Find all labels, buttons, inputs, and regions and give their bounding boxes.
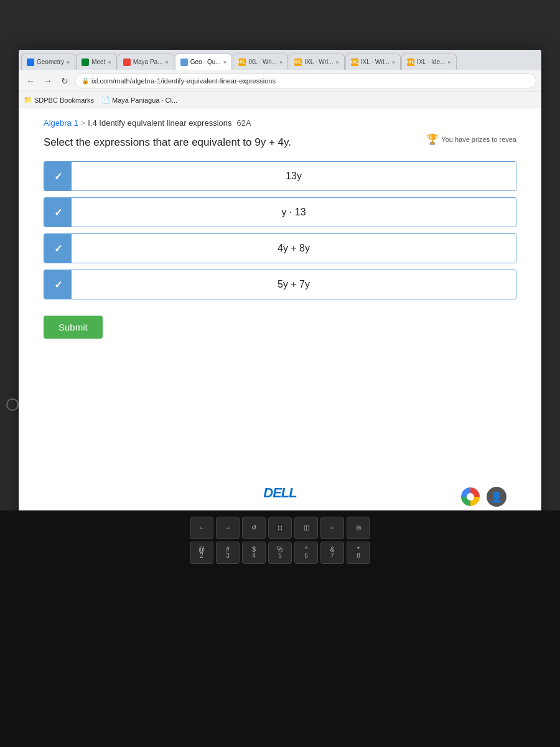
breadcrumb-algebra1[interactable]: Algebra 1 (44, 118, 78, 128)
tab-ixl-ide[interactable]: IXL IXL · Ide... × (401, 54, 456, 70)
tab-close-maya[interactable]: × (165, 59, 168, 65)
keyboard-row-2: @ 2 # 3 $ 4 % 5 ^ 6 & 7 * 8 (190, 542, 370, 564)
tab-close-ixl3[interactable]: × (392, 59, 395, 65)
answer-option-3[interactable]: ✓ 4y + 8y (44, 233, 516, 263)
refresh-button[interactable]: ↻ (58, 75, 71, 87)
dell-logo: DELL (263, 485, 296, 501)
check-mark-1: ✓ (54, 171, 62, 182)
answer-option-4[interactable]: ✓ 5y + 7y (44, 270, 516, 299)
tab-close-geometry[interactable]: × (67, 59, 70, 65)
breadcrumb-number: 62A (237, 118, 251, 128)
tab-close-geo[interactable]: × (223, 59, 226, 65)
bookmarks-bar: 📁 SDPBC Bookmarks 📄 Maya Paniagua · Cl..… (19, 92, 541, 108)
tab-favicon-geo (180, 59, 188, 66)
forward-button[interactable]: → (41, 75, 55, 87)
check-mark-3: ✓ (54, 243, 62, 255)
tab-favicon-ixl2: IXL (294, 59, 302, 66)
tab-maya-pa[interactable]: Maya Pa... × (118, 54, 174, 70)
breadcrumb: Algebra 1 > I.4 Identify equivalent line… (44, 118, 516, 128)
url-bar[interactable]: 🔒 ixl.com/math/algebra-1/identify-equiva… (75, 73, 536, 88)
tab-close-ixl2[interactable]: × (335, 59, 338, 65)
key-brightness-up[interactable]: ◎ (347, 517, 370, 539)
keyboard-row-1: ← → ↺ □ ◫ ○ ◎ (190, 517, 370, 539)
bookmark-doc-icon: 📄 (101, 96, 110, 104)
key-4[interactable]: $ 4 (242, 542, 266, 564)
tab-ixl-wri2[interactable]: IXL IXL · Wri... × (289, 54, 344, 70)
answer-text-1: 13y (72, 162, 516, 190)
trophy-icon: 🏆 (426, 133, 439, 145)
tab-meet[interactable]: Meet × (76, 54, 117, 70)
key-arrow-right[interactable]: → (216, 517, 240, 539)
tab-favicon-ixl3: IXL (351, 59, 358, 66)
answer-checkbox-3[interactable]: ✓ (44, 234, 72, 263)
answer-checkbox-4[interactable]: ✓ (44, 270, 72, 299)
tab-favicon-meet (82, 59, 89, 66)
tab-geo-qu[interactable]: Geo · Qu... × (175, 54, 232, 70)
tab-favicon-ixl1: IXL (238, 59, 246, 66)
check-mark-4: ✓ (54, 279, 62, 291)
answer-text-3: 4y + 8y (72, 234, 516, 263)
tab-close-ixl1[interactable]: × (279, 59, 282, 65)
tab-favicon-maya (123, 59, 131, 66)
check-mark-2: ✓ (54, 207, 62, 218)
tab-close-meet[interactable]: × (108, 59, 111, 65)
tab-geometry[interactable]: Geometry × (21, 54, 75, 70)
bookmark-sdpbc[interactable]: 📁 SDPBC Bookmarks (24, 96, 94, 104)
submit-button[interactable]: Submit (44, 316, 103, 339)
key-brightness-down[interactable]: ○ (320, 517, 344, 539)
key-6[interactable]: ^ 6 (294, 542, 318, 564)
answer-option-1[interactable]: ✓ 13y (44, 161, 516, 191)
tab-favicon-geometry (27, 59, 34, 66)
tab-close-ixl4[interactable]: × (447, 59, 450, 65)
prize-notice: 🏆 You have prizes to revea (426, 133, 516, 145)
back-button[interactable]: ← (24, 75, 37, 87)
key-arrow-left[interactable]: ← (190, 517, 213, 539)
user-taskbar-icon[interactable]: 👤 (487, 487, 506, 507)
breadcrumb-separator: > (81, 118, 86, 128)
bookmark-maya[interactable]: 📄 Maya Paniagua · Cl... (101, 96, 177, 104)
key-3[interactable]: # 3 (216, 542, 240, 564)
chrome-taskbar-icon[interactable] (460, 487, 480, 507)
answer-checkbox-2[interactable]: ✓ (44, 198, 72, 227)
answer-text-2: y · 13 (72, 198, 516, 227)
keyboard-area: ← → ↺ □ ◫ ○ ◎ @ 2 # 3 $ 4 (0, 510, 560, 747)
answer-checkbox-1[interactable]: ✓ (44, 162, 72, 190)
user-icon: 👤 (490, 491, 503, 503)
key-7[interactable]: & 7 (320, 542, 344, 564)
tab-ixl-wri3[interactable]: IXL IXL · Wri... × (345, 54, 401, 70)
address-bar: ← → ↻ 🔒 ixl.com/math/algebra-1/identify-… (19, 70, 541, 92)
bookmark-folder-icon: 📁 (24, 96, 32, 104)
url-text: ixl.com/math/algebra-1/identify-equivale… (91, 77, 276, 85)
tab-favicon-ixl4: IXL (407, 59, 414, 66)
key-5[interactable]: % 5 (268, 542, 292, 564)
lock-icon: 🔒 (82, 77, 89, 84)
chrome-icon (461, 487, 480, 506)
key-8[interactable]: * 8 (347, 542, 370, 564)
key-refresh[interactable]: ↺ (242, 517, 266, 539)
key-fullscreen[interactable]: □ (268, 517, 292, 539)
taskbar-area: 👤 (457, 483, 510, 510)
key-window-switch[interactable]: ◫ (294, 517, 318, 539)
tab-bar: Geometry × Meet × Maya Pa... × Geo · Qu.… (19, 50, 541, 70)
breadcrumb-lesson: I.4 Identify equivalent linear expressio… (88, 118, 231, 128)
tab-ixl-wri1[interactable]: IXL IXL · Wri... × (233, 54, 288, 70)
power-indicator (6, 398, 19, 411)
answer-option-2[interactable]: ✓ y · 13 (44, 197, 516, 227)
key-2[interactable]: @ 2 (190, 542, 213, 564)
answer-text-4: 5y + 7y (72, 270, 516, 299)
